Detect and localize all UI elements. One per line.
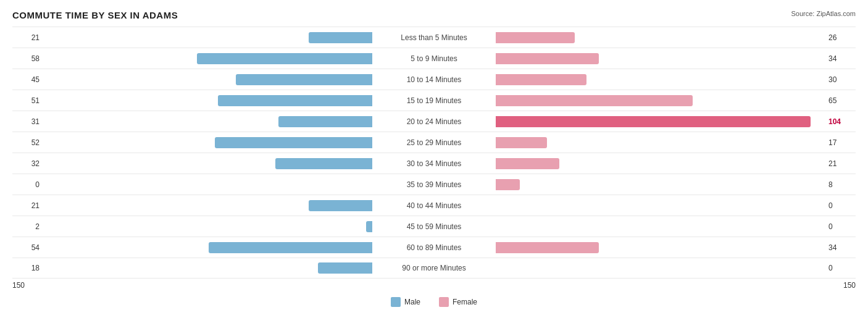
male-value: 2 bbox=[12, 222, 43, 231]
female-side bbox=[434, 52, 825, 65]
bars-center: 45 to 59 Minutes bbox=[43, 216, 825, 237]
female-bar bbox=[496, 32, 575, 43]
male-value: 54 bbox=[12, 243, 43, 252]
female-value: 30 bbox=[825, 75, 856, 84]
chart-title: COMMUTE TIME BY SEX IN ADAMS bbox=[12, 10, 178, 20]
male-side bbox=[43, 157, 434, 170]
male-value: 18 bbox=[12, 264, 43, 272]
bars-center: 90 or more Minutes bbox=[43, 258, 825, 278]
female-bar bbox=[496, 53, 599, 64]
male-side bbox=[43, 220, 434, 233]
bars-center: 25 to 29 Minutes bbox=[43, 132, 825, 153]
bars-center: 5 to 9 Minutes bbox=[43, 48, 825, 69]
female-side bbox=[434, 157, 825, 170]
male-side bbox=[43, 136, 434, 149]
female-value: 65 bbox=[825, 96, 856, 105]
bar-row: 21Less than 5 Minutes26 bbox=[12, 27, 856, 48]
female-value: 0 bbox=[825, 222, 856, 231]
female-side bbox=[434, 94, 825, 107]
female-value: 34 bbox=[825, 243, 856, 252]
male-side bbox=[43, 261, 434, 275]
bar-row: 5225 to 29 Minutes17 bbox=[12, 132, 856, 153]
male-bar bbox=[275, 158, 372, 169]
male-bar bbox=[209, 242, 372, 253]
bar-row: 5460 to 89 Minutes34 bbox=[12, 237, 856, 258]
female-bar bbox=[496, 179, 520, 190]
female-value: 17 bbox=[825, 138, 856, 147]
female-bar bbox=[496, 137, 547, 148]
female-value: 104 bbox=[825, 117, 856, 126]
male-side bbox=[43, 241, 434, 254]
male-value: 31 bbox=[12, 117, 43, 126]
female-bar bbox=[496, 242, 599, 253]
male-bar bbox=[278, 116, 372, 127]
female-side bbox=[434, 136, 825, 149]
female-value: 21 bbox=[825, 159, 856, 168]
male-side bbox=[43, 178, 434, 191]
male-bar bbox=[309, 200, 372, 211]
female-value: 26 bbox=[825, 33, 856, 42]
female-side bbox=[434, 241, 825, 254]
male-bar bbox=[366, 221, 372, 232]
male-side bbox=[43, 199, 434, 212]
female-value: 0 bbox=[825, 264, 856, 272]
female-label: Female bbox=[453, 298, 477, 306]
female-side bbox=[434, 261, 825, 275]
bar-row: 1890 or more Minutes0 bbox=[12, 258, 856, 279]
male-bar bbox=[318, 262, 372, 274]
bar-row: 5115 to 19 Minutes65 bbox=[12, 90, 856, 111]
bar-row: 245 to 59 Minutes0 bbox=[12, 216, 856, 237]
male-value: 45 bbox=[12, 75, 43, 84]
female-side bbox=[434, 220, 825, 233]
bar-row: 3120 to 24 Minutes104 bbox=[12, 111, 856, 132]
legend-male: Male bbox=[391, 297, 420, 307]
bars-center: 15 to 19 Minutes bbox=[43, 90, 825, 111]
male-swatch bbox=[391, 297, 401, 307]
female-bar bbox=[496, 74, 586, 85]
bars-center: 20 to 24 Minutes bbox=[43, 111, 825, 132]
female-bar bbox=[496, 95, 693, 106]
female-side bbox=[434, 73, 825, 86]
male-side bbox=[43, 52, 434, 65]
male-side bbox=[43, 94, 434, 107]
male-value: 0 bbox=[12, 180, 43, 189]
bar-row: 3230 to 34 Minutes21 bbox=[12, 153, 856, 174]
bar-row: 585 to 9 Minutes34 bbox=[12, 48, 856, 69]
axis-right: 150 bbox=[843, 281, 856, 290]
bar-row: 4510 to 14 Minutes30 bbox=[12, 69, 856, 90]
male-value: 21 bbox=[12, 33, 43, 42]
male-side bbox=[43, 73, 434, 86]
bars-center: Less than 5 Minutes bbox=[43, 27, 825, 48]
female-value: 34 bbox=[825, 54, 856, 63]
male-bar bbox=[197, 53, 372, 64]
bars-center: 10 to 14 Minutes bbox=[43, 69, 825, 90]
male-value: 51 bbox=[12, 96, 43, 105]
legend-row: Male Female bbox=[12, 297, 856, 307]
female-side bbox=[434, 31, 825, 44]
chart-area: 21Less than 5 Minutes26585 to 9 Minutes3… bbox=[12, 27, 856, 307]
male-value: 21 bbox=[12, 201, 43, 210]
male-bar bbox=[236, 74, 372, 85]
male-label: Male bbox=[404, 298, 420, 306]
female-bar bbox=[496, 158, 559, 169]
male-bar bbox=[215, 137, 372, 148]
legend-female: Female bbox=[439, 297, 477, 307]
male-bar bbox=[309, 32, 372, 43]
male-bar bbox=[218, 95, 372, 106]
female-value: 8 bbox=[825, 180, 856, 189]
bar-row: 2140 to 44 Minutes0 bbox=[12, 195, 856, 216]
bars-center: 30 to 34 Minutes bbox=[43, 153, 825, 174]
male-side bbox=[43, 115, 434, 128]
axis-row: 150 150 bbox=[12, 279, 856, 292]
female-side bbox=[434, 115, 825, 128]
male-value: 32 bbox=[12, 159, 43, 168]
male-value: 52 bbox=[12, 138, 43, 147]
chart-source: Source: ZipAtlas.com bbox=[791, 10, 856, 17]
female-swatch bbox=[439, 297, 449, 307]
bars-center: 40 to 44 Minutes bbox=[43, 195, 825, 216]
female-side bbox=[434, 178, 825, 191]
male-value: 58 bbox=[12, 54, 43, 63]
bars-center: 35 to 39 Minutes bbox=[43, 174, 825, 195]
bar-row: 035 to 39 Minutes8 bbox=[12, 174, 856, 195]
bars-center: 60 to 89 Minutes bbox=[43, 237, 825, 258]
